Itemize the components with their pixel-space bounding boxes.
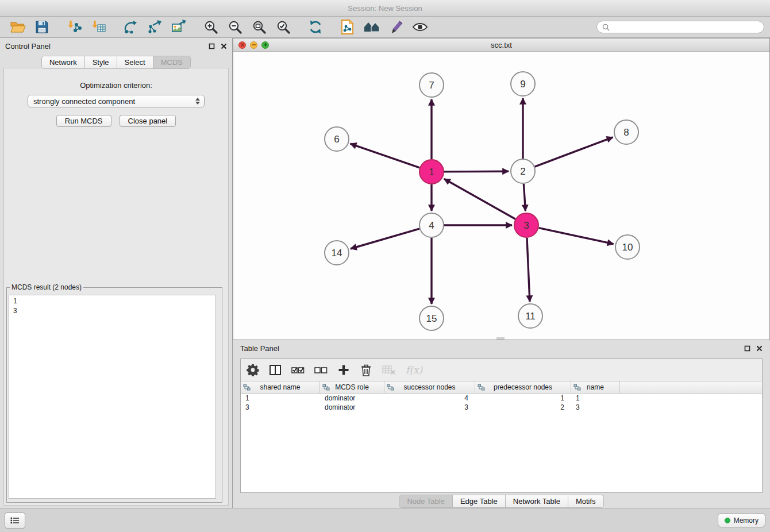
table-cell[interactable]: 1 — [241, 394, 320, 403]
table-cell[interactable]: 1 — [571, 394, 620, 403]
export-image-button[interactable] — [167, 18, 191, 36]
save-session-button[interactable] — [30, 18, 54, 36]
column-header-mcds-role[interactable]: MCDS role — [320, 381, 384, 393]
tab-edge-table[interactable]: Edge Table — [453, 495, 506, 508]
graph-edge[interactable] — [444, 171, 509, 172]
graph-node-label: 4 — [429, 220, 434, 231]
table-cell[interactable]: 3 — [384, 403, 475, 412]
network-window-titlebar[interactable]: scc.txt — [233, 38, 769, 52]
zoom-out-button[interactable] — [223, 18, 247, 36]
float-table-panel-icon[interactable] — [744, 345, 750, 352]
graph-node-label: 7 — [429, 80, 434, 91]
search-box[interactable] — [596, 21, 764, 33]
close-table-panel-icon[interactable] — [756, 345, 763, 352]
graph-node[interactable]: 7 — [419, 73, 444, 97]
graph-node[interactable]: 8 — [614, 120, 638, 144]
settings-gear-icon — [247, 364, 259, 376]
network-canvas[interactable]: 7968124314101511 — [233, 52, 769, 340]
graph-edge[interactable] — [523, 184, 525, 211]
open-file-button[interactable] — [6, 18, 30, 36]
table-cell[interactable]: 4 — [384, 394, 475, 403]
graph-edge[interactable] — [444, 179, 515, 219]
column-header-shared-name[interactable]: shared name — [241, 381, 320, 393]
houses-icon — [363, 20, 380, 34]
close-panel-push-button[interactable]: Close panel — [120, 115, 176, 127]
tab-select[interactable]: Select — [117, 56, 153, 69]
houses-button[interactable] — [360, 18, 384, 36]
table-body: 1dominator4113dominator323 — [241, 394, 762, 412]
graph-node[interactable]: 15 — [419, 306, 444, 330]
zoom-selected-button[interactable] — [271, 18, 295, 36]
import-table-button[interactable] — [86, 18, 110, 36]
network-from-file-button[interactable] — [336, 18, 360, 36]
zoom-fit-button[interactable] — [247, 18, 271, 36]
graph-node[interactable]: 10 — [615, 235, 640, 259]
status-bar: Memory — [0, 508, 770, 532]
tab-node-table[interactable]: Node Table — [399, 495, 453, 508]
table-cell[interactable]: 3 — [241, 403, 320, 412]
zoom-in-button[interactable] — [199, 18, 223, 36]
table-cell[interactable]: dominator — [320, 403, 384, 412]
import-network-button[interactable] — [62, 18, 86, 36]
tab-network[interactable]: Network — [41, 56, 85, 69]
run-mcds-button[interactable]: Run MCDS — [56, 115, 111, 127]
delete-row-button[interactable] — [360, 363, 372, 377]
zoom-window-button[interactable] — [261, 41, 269, 49]
graph-node-label: 6 — [334, 134, 339, 145]
tab-network-table[interactable]: Network Table — [506, 495, 568, 508]
result-item[interactable]: 1 — [13, 296, 211, 306]
delete-table-icon — [382, 365, 396, 375]
column-label: shared name — [260, 383, 300, 391]
network-arrow-button[interactable] — [118, 18, 143, 36]
result-item[interactable]: 3 — [13, 306, 211, 316]
refresh-view-button[interactable] — [303, 18, 328, 36]
table-cell[interactable]: 3 — [571, 403, 620, 412]
table-cell[interactable]: dominator — [320, 394, 384, 403]
graph-node[interactable]: 4 — [419, 213, 444, 237]
add-row-button[interactable] — [337, 363, 350, 377]
canvas-resize-grip[interactable] — [496, 337, 505, 340]
table-row[interactable]: 1dominator411 — [241, 394, 762, 403]
float-panel-icon[interactable] — [209, 43, 215, 49]
table-cell[interactable]: 2 — [475, 403, 571, 412]
control-panel-header: Control Panel — [0, 38, 232, 54]
show-columns-button[interactable] — [269, 363, 282, 377]
table-panel-content: f(x) shared nameMCDS rolesuccessor nodes… — [240, 358, 763, 493]
import-network-icon — [67, 20, 82, 34]
task-list-button[interactable] — [5, 512, 25, 529]
graph-node[interactable]: 14 — [325, 241, 349, 265]
column-header-successor-nodes[interactable]: successor nodes — [384, 381, 475, 393]
graph-edge[interactable] — [539, 228, 614, 244]
tab-style[interactable]: Style — [85, 56, 117, 69]
memory-button[interactable]: Memory — [718, 513, 765, 527]
graph-edge[interactable] — [535, 137, 613, 167]
tab-mcds[interactable]: MCDS — [153, 56, 191, 69]
close-window-button[interactable] — [238, 41, 246, 49]
mcds-result-list[interactable]: 13 — [9, 295, 216, 499]
export-network-button[interactable] — [143, 18, 167, 36]
graph-node[interactable]: 11 — [518, 304, 542, 328]
column-header-name[interactable]: name — [571, 381, 620, 393]
tab-motifs[interactable]: Motifs — [568, 495, 604, 508]
graph-edge[interactable] — [351, 144, 420, 168]
close-panel-icon[interactable] — [221, 43, 227, 49]
graph-node[interactable]: 1 — [419, 160, 444, 184]
style-brush-button[interactable] — [384, 18, 408, 36]
select-all-button[interactable] — [291, 363, 305, 377]
table-row[interactable]: 3dominator323 — [241, 403, 762, 412]
settings-gear-button[interactable] — [247, 363, 259, 377]
table-cell[interactable]: 1 — [475, 394, 571, 403]
graph-edge[interactable] — [351, 229, 419, 249]
refresh-view-icon — [308, 20, 323, 34]
graph-node[interactable]: 6 — [325, 127, 349, 151]
graph-node[interactable]: 9 — [511, 72, 535, 96]
search-input[interactable] — [613, 22, 759, 32]
eye-button[interactable] — [408, 18, 432, 36]
graph-node[interactable]: 2 — [511, 159, 535, 183]
graph-node[interactable]: 3 — [514, 213, 538, 237]
minimize-window-button[interactable] — [250, 41, 257, 49]
deselect-all-button[interactable] — [314, 363, 328, 377]
graph-edge[interactable] — [527, 238, 530, 302]
column-header-predecessor-nodes[interactable]: predecessor nodes — [475, 381, 571, 393]
criterion-dropdown[interactable]: strongly connected component — [28, 95, 205, 107]
